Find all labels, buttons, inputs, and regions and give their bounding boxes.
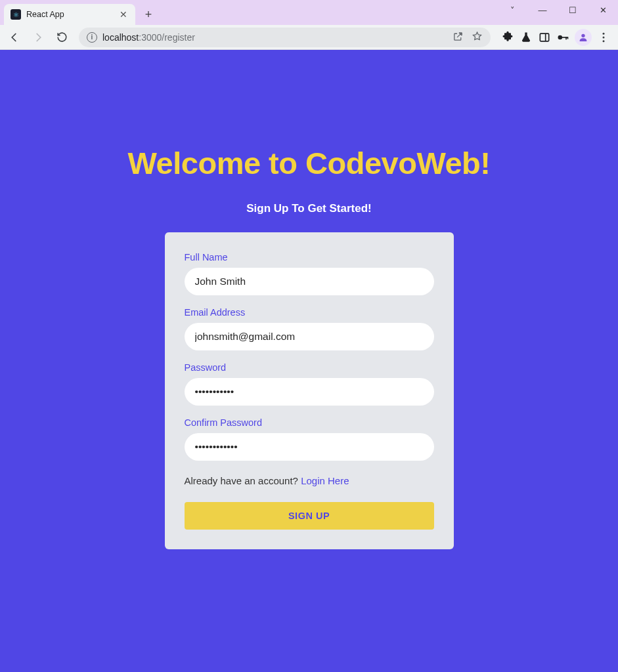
tab-title: React App [26, 10, 64, 19]
email-input[interactable] [185, 323, 434, 350]
svg-rect-4 [565, 37, 567, 39]
close-tab-icon[interactable]: ✕ [118, 8, 129, 21]
fullname-input[interactable] [185, 268, 434, 295]
signup-button[interactable]: SIGN UP [185, 502, 434, 530]
svg-point-8 [603, 36, 605, 38]
page-body: Welcome to CodevoWeb! Sign Up To Get Sta… [0, 50, 618, 672]
browser-titlebar: ⚛ React App ✕ + ˅ — ☐ ✕ [0, 0, 618, 25]
reload-button[interactable] [51, 27, 72, 48]
address-bar[interactable]: i localhost:3000/register [79, 28, 491, 47]
profile-avatar[interactable] [575, 29, 592, 46]
svg-point-9 [603, 40, 605, 42]
confirm-password-input[interactable] [185, 433, 434, 461]
confirm-password-label: Confirm Password [185, 417, 434, 428]
password-input[interactable] [185, 378, 434, 406]
window-controls: ˅ — ☐ ✕ [497, 0, 618, 20]
svg-point-7 [603, 32, 605, 34]
new-tab-button[interactable]: + [139, 5, 158, 24]
sidepanel-icon[interactable] [538, 31, 551, 44]
page-title: Welcome to CodevoWeb! [0, 145, 618, 181]
fullname-label: Full Name [185, 252, 434, 262]
page-subtitle: Sign Up To Get Started! [0, 202, 618, 215]
login-prompt: Already have an account? Login Here [185, 475, 434, 486]
forward-button[interactable] [28, 27, 49, 48]
bookmark-star-icon[interactable] [472, 31, 483, 44]
kebab-menu-icon[interactable] [597, 31, 610, 44]
signup-card: Full Name Email Address Password Confirm… [165, 232, 454, 549]
chevron-down-icon[interactable]: ˅ [497, 0, 527, 20]
email-field: Email Address [185, 307, 434, 350]
login-prompt-text: Already have an account? [185, 475, 301, 486]
svg-point-6 [581, 33, 585, 37]
react-favicon: ⚛ [11, 9, 21, 20]
login-here-link[interactable]: Login Here [301, 475, 349, 486]
close-window-icon[interactable]: ✕ [588, 0, 618, 20]
browser-tab[interactable]: ⚛ React App ✕ [4, 4, 135, 25]
share-icon[interactable] [452, 31, 464, 44]
maximize-window-icon[interactable]: ☐ [558, 0, 588, 20]
fullname-field: Full Name [185, 252, 434, 295]
confirm-password-field: Confirm Password [185, 417, 434, 461]
svg-point-2 [558, 35, 563, 39]
url-text: localhost:3000/register [102, 32, 447, 43]
labs-flask-icon[interactable] [519, 31, 533, 44]
key-icon[interactable] [556, 31, 569, 44]
site-info-icon[interactable]: i [87, 32, 97, 43]
hero: Welcome to CodevoWeb! Sign Up To Get Sta… [0, 50, 618, 215]
browser-toolbar: i localhost:3000/register [0, 25, 618, 50]
extensions-puzzle-icon[interactable] [501, 31, 514, 44]
password-label: Password [185, 362, 434, 373]
email-label: Email Address [185, 307, 434, 318]
password-field: Password [185, 362, 434, 406]
svg-rect-3 [562, 37, 567, 38]
svg-rect-0 [540, 33, 548, 41]
chrome-actions [497, 29, 614, 46]
back-button[interactable] [4, 27, 25, 48]
minimize-window-icon[interactable]: — [527, 0, 558, 20]
svg-rect-5 [567, 37, 569, 39]
